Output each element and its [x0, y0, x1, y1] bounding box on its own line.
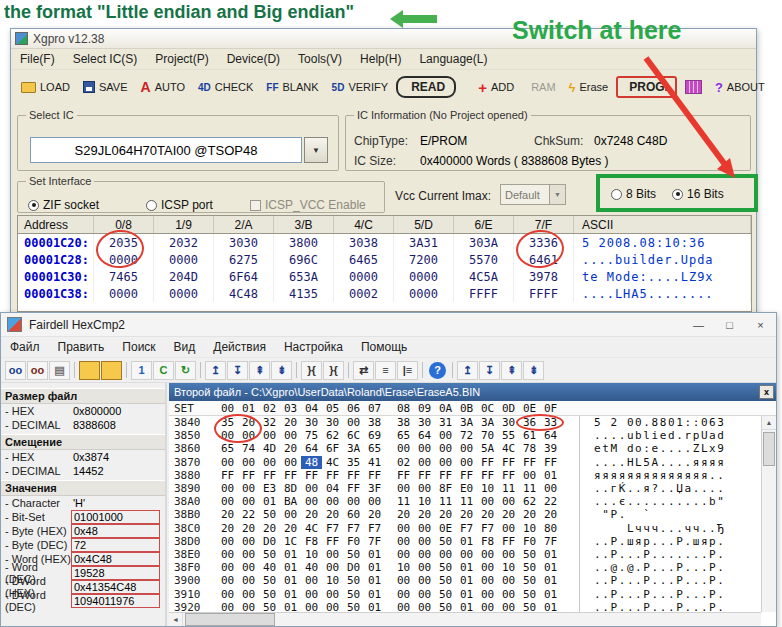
hex-byte[interactable]: FF — [343, 469, 364, 482]
hex-byte[interactable]: 7F — [364, 535, 385, 548]
hex-byte[interactable]: 40 — [301, 561, 322, 574]
hex-byte[interactable]: 00 — [456, 548, 477, 561]
hex-byte[interactable]: 00 — [259, 456, 280, 469]
hex-byte[interactable]: 64 — [540, 429, 561, 442]
hex-byte[interactable]: 00 — [477, 588, 498, 601]
hex-byte[interactable]: 69 — [364, 429, 385, 442]
hex-byte[interactable]: 00 — [238, 588, 259, 601]
hex-byte[interactable]: 00 — [217, 601, 238, 612]
hex-byte[interactable]: 20 — [217, 508, 238, 521]
hex-byte[interactable]: FF — [343, 482, 364, 495]
hex-byte[interactable]: 22 — [238, 508, 259, 521]
hex-byte[interactable]: 01 — [456, 588, 477, 601]
hex-byte[interactable]: 22 — [540, 495, 561, 508]
hex-byte[interactable]: 00 — [280, 508, 301, 521]
hex-byte[interactable]: 00 — [498, 601, 519, 612]
refresh-icon[interactable]: ↻ — [175, 361, 196, 380]
xgpro-menu-item-1[interactable]: Select IC(S) — [64, 50, 147, 68]
hex-byte[interactable]: 02 — [393, 456, 414, 469]
hex-byte[interactable]: F8 — [477, 535, 498, 548]
hex-byte[interactable]: FF — [477, 469, 498, 482]
chip-button[interactable] — [680, 78, 707, 96]
hex-byte[interactable]: 10 — [393, 561, 414, 574]
hexcmp-menu-item-6[interactable]: Помощь — [352, 338, 416, 356]
hexcmp-hex-rows[interactable]: 384035203220303000383830313A3A3036335 2 … — [169, 416, 761, 612]
hex-byte[interactable]: 00 — [301, 574, 322, 587]
hex-byte[interactable]: 00 — [393, 482, 414, 495]
hex-byte[interactable]: FF — [498, 535, 519, 548]
hex-byte[interactable]: 00 — [238, 456, 259, 469]
hex-byte[interactable]: 00 — [217, 456, 238, 469]
hex-byte[interactable]: 01 — [280, 601, 301, 612]
hex-byte[interactable]: FF — [498, 469, 519, 482]
scroll-left-icon[interactable]: ◄ — [169, 613, 183, 626]
hex-byte[interactable]: 6C — [343, 429, 364, 442]
prev-diff-icon[interactable]: ↧ — [227, 361, 248, 380]
hex-byte[interactable]: FF — [322, 469, 343, 482]
hex-byte[interactable]: 20 — [393, 508, 414, 521]
hex-byte[interactable]: 74 — [238, 442, 259, 455]
hex-byte[interactable]: 20 — [540, 508, 561, 521]
hex-byte[interactable]: 00 — [477, 574, 498, 587]
hex-byte[interactable]: 01 — [540, 561, 561, 574]
hex-byte[interactable]: 64 — [414, 429, 435, 442]
hex-byte[interactable]: FF — [364, 469, 385, 482]
hex-byte[interactable]: 00 — [322, 601, 343, 612]
hex-byte[interactable]: 4C — [301, 522, 322, 535]
buffer-word[interactable]: 0000 — [394, 285, 454, 302]
hex-byte[interactable]: 01 — [364, 588, 385, 601]
xgpro-menu-item-4[interactable]: Tools(V) — [289, 50, 351, 68]
buffer-word[interactable]: 3030 — [214, 234, 274, 251]
hexcmp-menu-item-3[interactable]: Вид — [165, 338, 205, 356]
hex-byte[interactable]: 01 — [259, 495, 280, 508]
hex-byte[interactable]: FF — [322, 535, 343, 548]
hex-byte[interactable]: 01 — [364, 548, 385, 561]
align-icon[interactable]: ≡ — [375, 361, 396, 380]
hex-byte[interactable]: F0 — [519, 535, 540, 548]
hex-byte[interactable]: 38 — [393, 416, 414, 429]
hex-byte[interactable]: 20 — [217, 522, 238, 535]
hex-byte[interactable]: 50 — [435, 561, 456, 574]
hex-byte[interactable]: 38 — [364, 416, 385, 429]
hex-byte[interactable]: 75 — [301, 429, 322, 442]
hex-byte[interactable]: 3A — [456, 416, 477, 429]
hex-byte[interactable]: 00 — [217, 495, 238, 508]
hex-byte[interactable]: 36 — [519, 416, 540, 429]
hex-byte[interactable]: 50 — [259, 548, 280, 561]
check-button[interactable]: 4DCHECK — [193, 79, 258, 95]
hex-byte[interactable]: 10 — [498, 561, 519, 574]
hex-byte[interactable]: 00 — [217, 482, 238, 495]
char-view-icon[interactable]: C — [153, 361, 174, 380]
hex-byte[interactable]: FF — [238, 469, 259, 482]
hex-byte[interactable]: 3A — [477, 416, 498, 429]
hex-byte[interactable]: FF — [435, 469, 456, 482]
buffer-word[interactable]: 0000 — [334, 268, 394, 285]
hex-byte[interactable]: 30 — [414, 416, 435, 429]
hex-byte[interactable]: 01 — [456, 574, 477, 587]
hex-byte[interactable]: 00 — [238, 429, 259, 442]
goto-first-icon[interactable]: ↥ — [457, 361, 478, 380]
hex-byte[interactable]: E0 — [456, 482, 477, 495]
hex-byte[interactable]: 50 — [259, 588, 280, 601]
hex-byte[interactable]: E3 — [259, 482, 280, 495]
hex-byte[interactable]: 00 — [519, 469, 540, 482]
hex-byte[interactable]: 78 — [519, 442, 540, 455]
prog-button[interactable]: PROG. — [616, 76, 677, 98]
goto-last-icon[interactable]: ⇟ — [523, 361, 544, 380]
hex-byte[interactable]: 10 — [322, 574, 343, 587]
ic-combo[interactable]: S29JL064H70TAI00 @TSOP48 — [30, 137, 302, 163]
hex-byte[interactable]: 00 — [477, 548, 498, 561]
hex-byte[interactable]: 4C — [322, 456, 343, 469]
hexcmp-menu-item-5[interactable]: Настройка — [275, 338, 352, 356]
hex-byte[interactable]: 1C — [280, 535, 301, 548]
buffer-word[interactable]: 4135 — [274, 285, 334, 302]
hex-byte[interactable]: FF — [217, 469, 238, 482]
hex-byte[interactable]: 01 — [280, 548, 301, 561]
hex-byte[interactable]: 00 — [238, 535, 259, 548]
hex-byte[interactable]: 00 — [477, 561, 498, 574]
hex-byte[interactable]: 00 — [217, 429, 238, 442]
hex-byte[interactable]: 7F — [540, 535, 561, 548]
hex-byte[interactable]: 01 — [540, 548, 561, 561]
hex-byte[interactable]: 72 — [456, 429, 477, 442]
sync-scroll-icon[interactable]: }{ — [301, 361, 322, 380]
